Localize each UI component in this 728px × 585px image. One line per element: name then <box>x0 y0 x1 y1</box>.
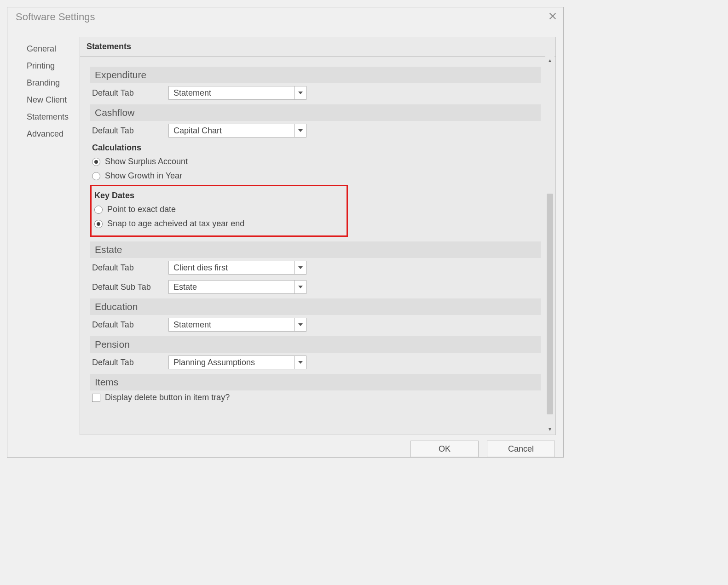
section-estate: Estate <box>90 241 541 258</box>
settings-dialog: Software Settings General Printing Brand… <box>7 7 564 458</box>
chevron-down-icon[interactable] <box>294 261 306 274</box>
chevron-down-icon[interactable] <box>294 356 306 369</box>
key-dates-highlight-box: Key Dates Point to exact date Snap to ag… <box>90 185 348 237</box>
keydates-option-snap[interactable]: Snap to age acheived at tax year end <box>92 217 344 231</box>
dialog-body: General Printing Branding New Client Sta… <box>7 27 563 435</box>
education-default-tab-label: Default Tab <box>92 320 162 330</box>
education-default-tab-row: Default Tab Statement <box>90 315 541 334</box>
sidebar-item-general[interactable]: General <box>27 40 80 57</box>
chevron-down-icon[interactable] <box>294 281 306 293</box>
estate-default-subtab-select[interactable]: Estate <box>168 280 306 294</box>
section-expenditure: Expenditure <box>90 67 541 83</box>
sidebar-item-label: Printing <box>27 61 55 70</box>
chevron-down-icon[interactable] <box>294 318 306 331</box>
select-value: Statement <box>169 88 294 98</box>
radio-label: Show Growth in Year <box>105 171 182 181</box>
cashflow-default-tab-row: Default Tab Capital Chart <box>90 121 541 140</box>
sidebar-item-statements[interactable]: Statements <box>27 109 80 126</box>
panel-scroll: Expenditure Default Tab Statement Cashfl… <box>80 57 555 435</box>
sidebar-item-label: Branding <box>27 78 60 87</box>
scrollbar-thumb[interactable] <box>547 194 553 414</box>
radio-icon[interactable] <box>92 158 100 166</box>
cancel-button[interactable]: Cancel <box>487 441 555 457</box>
sidebar-item-new-client[interactable]: New Client <box>27 92 80 109</box>
checkbox-icon[interactable] <box>92 394 100 402</box>
section-education: Education <box>90 298 541 315</box>
expenditure-default-tab-row: Default Tab Statement <box>90 83 541 103</box>
sidebar-item-advanced[interactable]: Advanced <box>27 126 80 143</box>
sidebar-item-printing[interactable]: Printing <box>27 57 80 75</box>
select-value: Capital Chart <box>169 126 294 136</box>
chevron-down-icon[interactable] <box>294 86 306 99</box>
cashflow-default-tab-select[interactable]: Capital Chart <box>168 124 306 138</box>
cashflow-default-tab-label: Default Tab <box>92 126 162 136</box>
checkbox-label: Display delete button in item tray? <box>105 393 230 402</box>
sidebar-item-label: Advanced <box>27 129 64 138</box>
calc-option-growth[interactable]: Show Growth in Year <box>90 169 541 183</box>
dialog-footer: OK Cancel <box>7 435 563 457</box>
sidebar-item-label: Statements <box>27 112 69 121</box>
select-value: Estate <box>169 282 294 292</box>
vertical-scrollbar[interactable]: ▴ ▾ <box>545 56 555 434</box>
ok-button[interactable]: OK <box>410 441 479 457</box>
chevron-down-icon[interactable] <box>294 124 306 137</box>
radio-icon[interactable] <box>92 172 100 180</box>
estate-default-tab-label: Default Tab <box>92 263 162 273</box>
radio-label: Snap to age acheived at tax year end <box>107 219 244 229</box>
items-display-delete-row[interactable]: Display delete button in item tray? <box>90 390 541 405</box>
estate-default-tab-select[interactable]: Client dies first <box>168 261 306 275</box>
scroll-down-icon[interactable]: ▾ <box>545 424 555 434</box>
pension-default-tab-label: Default Tab <box>92 358 162 367</box>
pension-default-tab-select[interactable]: Planning Assumptions <box>168 356 306 369</box>
estate-default-subtab-row: Default Sub Tab Estate <box>90 277 541 297</box>
section-pension: Pension <box>90 336 541 353</box>
calc-option-surplus[interactable]: Show Surplus Account <box>90 155 541 169</box>
titlebar: Software Settings <box>7 7 563 27</box>
education-default-tab-select[interactable]: Statement <box>168 318 306 332</box>
radio-label: Point to exact date <box>107 205 176 214</box>
radio-icon[interactable] <box>94 206 103 214</box>
radio-label: Show Surplus Account <box>105 157 188 166</box>
expenditure-default-tab-select[interactable]: Statement <box>168 86 306 100</box>
scroll-up-icon[interactable]: ▴ <box>545 56 555 65</box>
panel-header: Statements <box>80 37 555 57</box>
select-value: Planning Assumptions <box>169 358 294 367</box>
main-panel: Statements Expenditure Default Tab State… <box>80 37 556 435</box>
calculations-label: Calculations <box>90 140 541 155</box>
sidebar-item-label: General <box>27 44 56 53</box>
expenditure-default-tab-label: Default Tab <box>92 88 162 98</box>
section-items: Items <box>90 374 541 390</box>
close-icon[interactable] <box>549 12 557 20</box>
dialog-title: Software Settings <box>16 11 95 23</box>
pension-default-tab-row: Default Tab Planning Assumptions <box>90 353 541 372</box>
section-cashflow: Cashflow <box>90 104 541 121</box>
select-value: Statement <box>169 320 294 330</box>
estate-default-subtab-label: Default Sub Tab <box>92 282 162 292</box>
sidebar-item-branding[interactable]: Branding <box>27 75 80 92</box>
button-label: OK <box>439 444 451 454</box>
select-value: Client dies first <box>169 263 294 273</box>
sidebar-item-label: New Client <box>27 95 67 104</box>
radio-icon[interactable] <box>94 220 103 228</box>
button-label: Cancel <box>508 444 534 454</box>
keydates-option-exact[interactable]: Point to exact date <box>92 202 344 217</box>
keydates-label: Key Dates <box>92 188 344 202</box>
estate-default-tab-row: Default Tab Client dies first <box>90 258 541 277</box>
sidebar: General Printing Branding New Client Sta… <box>17 37 80 435</box>
